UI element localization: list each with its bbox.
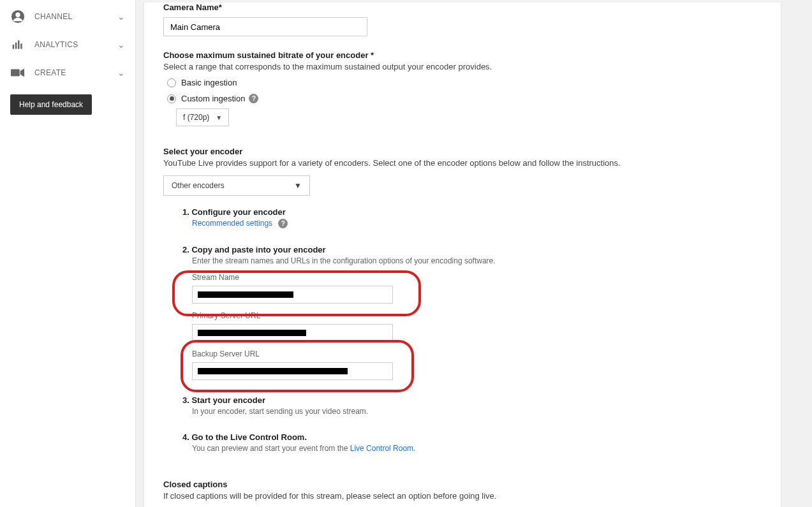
stream-name-input[interactable] <box>192 286 393 304</box>
custom-ingestion-label: Custom ingestion <box>181 94 245 103</box>
help-icon[interactable]: ? <box>249 94 258 103</box>
encoder-steps: 1. Configure your encoder Recommended se… <box>182 207 762 453</box>
bitrate-label: Choose maximum sustained bitrate of your… <box>163 50 762 60</box>
encoder-select[interactable]: Other encoders ▼ <box>163 175 310 196</box>
radio-unchecked-icon <box>167 78 176 87</box>
encoder-select-value: Other encoders <box>172 181 225 190</box>
backup-url-input[interactable] <box>192 362 393 380</box>
basic-ingestion-label: Basic ingestion <box>181 78 237 87</box>
chevron-down-icon: ▼ <box>294 181 302 190</box>
svg-rect-6 <box>11 70 20 77</box>
chevron-down-icon: ⌄ <box>117 11 125 22</box>
redacted-value <box>198 368 348 374</box>
sidebar-item-channel[interactable]: CHANNEL ⌄ <box>0 3 135 31</box>
redacted-value <box>198 330 306 336</box>
step4-sub-prefix: You can preview and start your event fro… <box>192 444 350 453</box>
step4-title: 4. Go to the Live Control Room. <box>182 432 762 442</box>
step4-body: You can preview and start your event fro… <box>192 444 762 453</box>
camera-name-input[interactable] <box>163 17 367 36</box>
analytics-icon <box>10 37 26 52</box>
video-camera-icon <box>10 65 26 80</box>
step1-body: Recommended settings ? <box>192 219 762 228</box>
help-icon[interactable]: ? <box>278 219 288 228</box>
recommended-settings-link[interactable]: Recommended settings <box>192 219 272 228</box>
bitrate-select[interactable]: f (720p) ▼ <box>176 108 229 126</box>
sidebar-item-create[interactable]: CREATE ⌄ <box>0 59 135 87</box>
backup-url-label: Backup Server URL <box>192 349 762 358</box>
chevron-down-icon: ⌄ <box>117 40 125 50</box>
step2-sub: Enter the stream names and URLs in the c… <box>192 256 762 265</box>
main-panel: Camera Name* Choose maximum sustained bi… <box>144 3 781 507</box>
sidebar-item-analytics[interactable]: ANALYTICS ⌄ <box>0 31 135 59</box>
captions-label: Closed captions <box>163 480 762 489</box>
redacted-value <box>198 291 293 298</box>
svg-rect-4 <box>18 40 20 48</box>
sidebar: CHANNEL ⌄ ANALYTICS ⌄ CREATE ⌄ Help and … <box>0 0 136 507</box>
svg-rect-3 <box>15 43 17 49</box>
svg-rect-2 <box>13 45 15 49</box>
step3-sub: In your encoder, start sending us your v… <box>192 407 762 416</box>
sidebar-item-label: CHANNEL <box>34 12 117 21</box>
primary-url-label: Primary Server URL <box>192 311 762 320</box>
svg-rect-5 <box>20 43 22 48</box>
chevron-down-icon: ▼ <box>216 114 222 121</box>
page-root: CHANNEL ⌄ ANALYTICS ⌄ CREATE ⌄ Help and … <box>0 0 812 507</box>
bitrate-select-value: f (720p) <box>183 113 209 122</box>
person-circle-icon <box>10 9 26 24</box>
chevron-down-icon: ⌄ <box>117 68 125 78</box>
live-control-room-link[interactable]: Live Control Room <box>350 444 413 453</box>
sidebar-item-label: ANALYTICS <box>34 40 117 49</box>
step3-title: 3. Start your encoder <box>182 395 762 405</box>
sidebar-item-label: CREATE <box>34 68 117 77</box>
primary-url-input[interactable] <box>192 324 393 342</box>
encoder-label: Select your encoder <box>163 147 762 156</box>
main-wrap: Camera Name* Choose maximum sustained bi… <box>136 0 812 507</box>
encoder-sub: YouTube Live provides support for a vari… <box>163 158 762 168</box>
stream-name-label: Stream Name <box>192 273 762 282</box>
bitrate-sub: Select a range that corresponds to the m… <box>163 62 762 71</box>
radio-checked-icon <box>167 94 176 103</box>
help-feedback-button[interactable]: Help and feedback <box>10 94 92 115</box>
camera-name-label: Camera Name* <box>163 3 762 12</box>
step2-title: 2. Copy and paste into your encoder <box>182 245 762 254</box>
svg-point-1 <box>15 13 20 17</box>
captions-sub: If closed captions will be provided for … <box>163 491 762 501</box>
custom-ingestion-radio[interactable]: Custom ingestion ? <box>167 94 762 103</box>
step1-title: 1. Configure your encoder <box>182 207 762 217</box>
basic-ingestion-radio[interactable]: Basic ingestion <box>167 78 762 87</box>
